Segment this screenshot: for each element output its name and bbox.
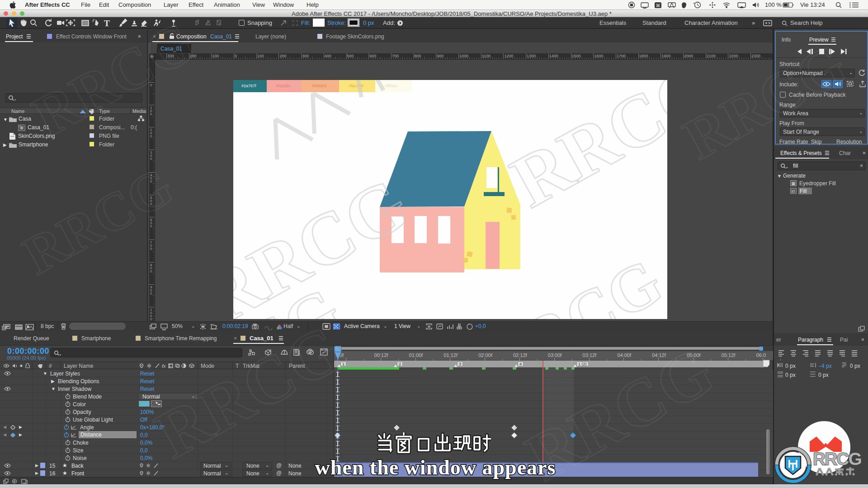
svg-text:⌘: ⌘ — [656, 3, 660, 8]
svg-text:32: 32 — [791, 189, 795, 193]
svg-text:+: + — [92, 19, 94, 23]
svg-text:T: T — [104, 19, 110, 28]
svg-text:▦: ▦ — [792, 181, 796, 186]
svg-text:fx: fx — [162, 363, 166, 369]
